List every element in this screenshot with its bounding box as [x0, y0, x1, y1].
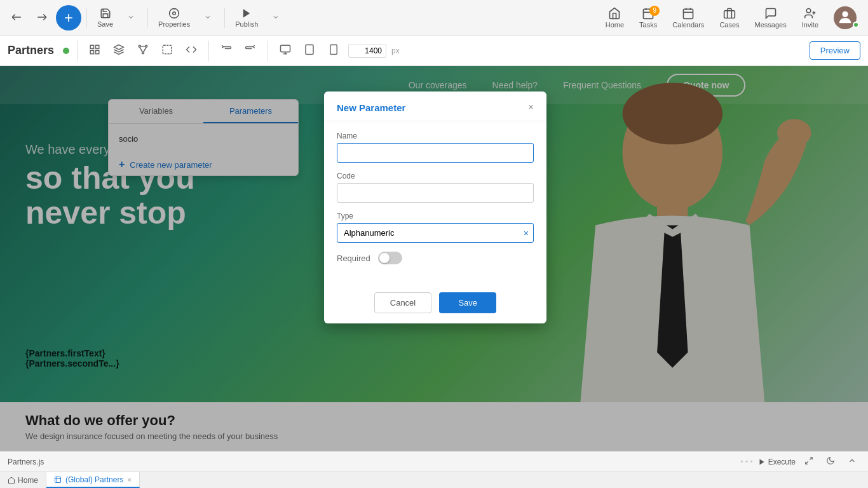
filename-label: Partners.js	[8, 458, 44, 466]
svg-rect-30	[306, 45, 313, 55]
svg-rect-32	[330, 45, 337, 55]
tasks-badge: 9	[649, 6, 660, 16]
select-icon[interactable]	[158, 41, 177, 60]
required-toggle[interactable]	[378, 252, 402, 264]
svg-line-39	[810, 458, 812, 460]
expand-icon[interactable]	[801, 455, 817, 468]
add-button[interactable]: +	[56, 5, 81, 30]
properties-dropdown-icon[interactable]	[196, 11, 219, 25]
name-label: Name	[337, 132, 534, 140]
separator4	[77, 41, 78, 61]
code-field-group: Code	[337, 172, 534, 203]
svg-point-22	[142, 52, 144, 54]
grid-view-icon[interactable]	[85, 41, 104, 60]
save-button[interactable]: Save	[92, 5, 118, 30]
type-field-group: Type Alphanumeric ×	[337, 212, 534, 243]
separator6	[268, 41, 268, 61]
modal-overlay: New Parameter × Name Code Type Alphanume…	[0, 66, 868, 451]
save-dropdown-icon[interactable]	[119, 11, 142, 25]
svg-point-20	[139, 45, 140, 47]
execute-button[interactable]: Execute	[758, 458, 796, 466]
mobile-view-icon[interactable]	[324, 41, 343, 60]
tab-home[interactable]: Home	[0, 472, 46, 488]
tablet-view-icon[interactable]	[300, 41, 319, 60]
nav-calendars[interactable]: Calendars	[666, 4, 710, 31]
separator	[86, 8, 87, 28]
nav-cases[interactable]: Cases	[713, 4, 745, 31]
online-indicator	[853, 22, 859, 28]
name-input[interactable]	[337, 143, 534, 163]
forward-icon[interactable]	[31, 9, 53, 27]
code-label: Code	[337, 172, 534, 180]
bottom-bar: Partners.js • • • Execute	[0, 451, 868, 471]
svg-marker-19	[114, 45, 124, 50]
width-unit: px	[391, 46, 400, 55]
modal-close-button[interactable]: ×	[528, 102, 534, 113]
svg-marker-38	[759, 459, 764, 464]
main-area: Our coverages Need help? Frequent Questi…	[0, 66, 868, 451]
modal-body: Name Code Type Alphanumeric ×	[324, 121, 546, 285]
tab-partners-global[interactable]: (Global) Partners ×	[46, 472, 140, 488]
svg-rect-17	[90, 51, 93, 54]
desktop-view-icon[interactable]	[276, 41, 295, 60]
svg-rect-15	[90, 45, 93, 48]
modal-header: New Parameter ×	[324, 92, 546, 121]
separator2	[147, 8, 148, 28]
tab-bar: Home (Global) Partners ×	[0, 471, 868, 488]
publish-dropdown-icon[interactable]	[264, 11, 287, 25]
modal-footer: Cancel Save	[324, 285, 546, 323]
svg-point-11	[806, 8, 811, 13]
svg-rect-26	[163, 45, 172, 54]
back-icon[interactable]	[5, 9, 28, 27]
undo-icon[interactable]	[217, 41, 236, 60]
modal-title: New Parameter	[337, 102, 405, 113]
avatar[interactable]	[827, 4, 863, 32]
page-title: Partners	[8, 44, 54, 57]
save-group: Save	[92, 5, 142, 30]
separator3	[224, 8, 225, 28]
svg-line-24	[144, 47, 147, 52]
type-select[interactable]: Alphanumeric	[337, 223, 534, 243]
publish-group: Publish	[230, 5, 287, 30]
type-select-wrap: Alphanumeric ×	[337, 223, 534, 243]
top-toolbar: + Save Properties Publish	[0, 0, 868, 36]
properties-group: Properties	[153, 5, 219, 30]
theme-icon[interactable]	[822, 455, 839, 468]
required-toggle-row: Required	[337, 252, 534, 264]
routes-icon[interactable]	[133, 41, 153, 60]
svg-rect-16	[96, 45, 99, 48]
svg-marker-1	[243, 9, 250, 18]
page-status-dot	[63, 48, 69, 54]
preview-button[interactable]: Preview	[810, 41, 860, 60]
nav-invite[interactable]: Invite	[796, 4, 825, 31]
nav-messages[interactable]: Messages	[749, 4, 793, 31]
svg-rect-18	[96, 51, 99, 54]
name-field-group: Name	[337, 132, 534, 163]
redo-icon[interactable]	[241, 41, 260, 60]
save-button[interactable]: Save	[439, 292, 496, 313]
separator5	[208, 41, 209, 61]
cancel-button[interactable]: Cancel	[374, 292, 431, 313]
second-toolbar: Partners px Preview	[0, 36, 868, 66]
tab-close-button[interactable]: ×	[127, 476, 131, 484]
nav-home[interactable]: Home	[599, 4, 630, 31]
svg-rect-10	[724, 10, 735, 18]
layers-icon[interactable]	[109, 41, 128, 60]
resize-dots: • • •	[740, 458, 752, 466]
svg-rect-27	[281, 45, 290, 52]
new-parameter-modal: New Parameter × Name Code Type Alphanume…	[324, 92, 546, 323]
right-nav: Home 9 Tasks Calendars Cases Messages In…	[599, 4, 863, 32]
required-label: Required	[337, 254, 370, 263]
code-input[interactable]	[337, 183, 534, 203]
code-icon[interactable]	[182, 41, 201, 60]
svg-line-25	[140, 47, 143, 52]
svg-line-40	[806, 461, 808, 464]
type-clear-button[interactable]: ×	[524, 228, 529, 238]
collapse-icon[interactable]	[844, 455, 860, 468]
bottom-right-controls: • • • Execute	[740, 455, 860, 468]
nav-tasks[interactable]: 9 Tasks	[633, 4, 663, 31]
properties-button[interactable]: Properties	[153, 5, 195, 30]
publish-button[interactable]: Publish	[230, 5, 263, 30]
width-input[interactable]	[348, 44, 386, 58]
toggle-knob	[379, 253, 390, 263]
